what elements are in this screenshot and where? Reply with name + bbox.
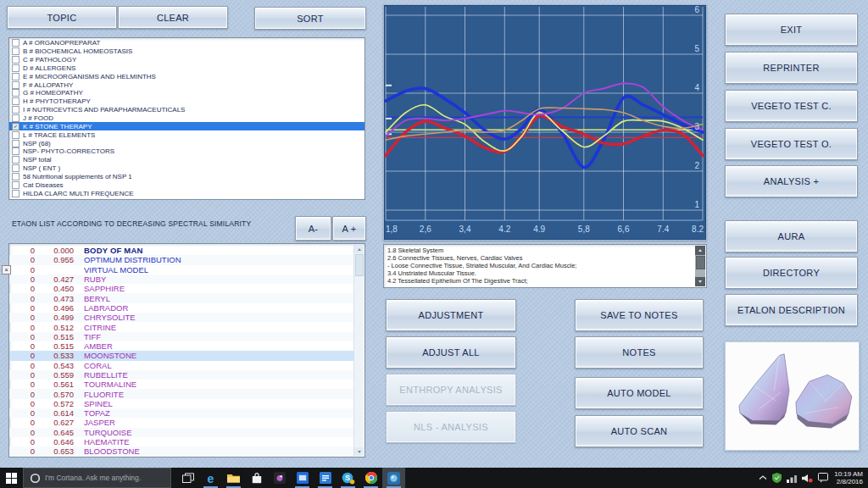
topic-item[interactable]: Cat Diseases (9, 180, 364, 189)
topic-item[interactable]: J # FOOD (9, 114, 364, 123)
scroll-down-icon[interactable] (354, 447, 364, 456)
checkbox-icon[interactable] (12, 64, 19, 72)
topic-item[interactable]: NSP- PHYTO-CORRECTORS (9, 147, 364, 156)
scrollbar-thumb[interactable] (355, 254, 364, 276)
etalon-row[interactable]: 00.515TIFF (9, 332, 354, 341)
checkbox-icon[interactable] (12, 106, 19, 114)
etalon-row[interactable]: 00.427RUBY (9, 274, 354, 284)
etalon-row[interactable]: 00.533MOONSTONE (9, 351, 354, 360)
etalon-row[interactable]: 00.646HAEMATITE (9, 437, 354, 446)
topic-item[interactable]: ✓K # STONE THERAPY (9, 122, 364, 130)
topic-item[interactable]: G # HOMEOPATHY (9, 89, 364, 97)
mail-app-taskbar-button[interactable] (314, 468, 337, 488)
checkbox-icon[interactable] (12, 173, 19, 180)
checkbox-icon[interactable] (12, 114, 19, 122)
auto-model-button[interactable]: AUTO MODEL (575, 377, 704, 409)
topic-item[interactable]: A # ORGANOPREPARAT (9, 39, 364, 47)
action-center-icon[interactable] (818, 473, 828, 483)
task-view-taskbar-button[interactable] (176, 468, 199, 488)
clock[interactable]: 10:19 AM 2/8/2016 (834, 470, 863, 485)
nls-app-taskbar-button[interactable] (382, 468, 405, 488)
topic-item[interactable]: HILDA CLARC MULTI FREQUENCE (9, 189, 364, 197)
topic-item[interactable]: E # MICROORGANISMS AND HELMINTHS (9, 72, 364, 80)
network-icon[interactable] (787, 474, 797, 483)
font-increase-button[interactable]: A + (332, 216, 366, 241)
etalon-row[interactable]: 00.000BODY OF MAN (9, 246, 354, 255)
checkbox-icon[interactable] (12, 164, 19, 172)
frequency-description-box[interactable]: 1.8 Skeletal System2.6 Connective Tissue… (383, 244, 707, 288)
skype-taskbar-button[interactable]: S (337, 468, 359, 488)
sort-button[interactable]: SORT (254, 7, 366, 30)
topic-list[interactable]: A # ORGANOPREPARATB # BIOCHEMICAL HOMEOS… (8, 37, 365, 200)
edge-taskbar-button[interactable]: e (199, 468, 222, 488)
checkbox-icon[interactable] (12, 56, 19, 64)
etalon-description-button[interactable]: ETALON DESCRIPTION (725, 294, 858, 326)
defender-icon[interactable] (772, 473, 782, 483)
etalon-row[interactable]: 00.955OPTIMUM DISTRIBUTION (9, 255, 354, 264)
topic-button[interactable]: TOPIC (7, 6, 117, 29)
adjustment-button[interactable]: ADJUSTMENT (386, 299, 516, 331)
etalon-row[interactable]: 00.653BLOODSTONE (9, 446, 354, 456)
checkbox-icon[interactable] (12, 156, 19, 164)
checkbox-icon[interactable] (12, 81, 19, 89)
notes-button[interactable]: NOTES (575, 336, 704, 369)
topic-item[interactable]: D # ALLERGENS (9, 64, 364, 73)
etalon-row[interactable]: 00.645TURQUOISE (9, 428, 354, 437)
checkbox-icon[interactable] (12, 47, 19, 55)
checkbox-icon[interactable] (12, 181, 19, 189)
description-scrollbar[interactable] (695, 246, 705, 286)
topic-item[interactable]: NSP (68) (9, 139, 364, 147)
etalon-list[interactable]: 00.000BODY OF MAN00.955OPTIMUM DISTRIBUT… (8, 243, 365, 458)
adjust-all-button[interactable]: ADJUST ALL (386, 336, 516, 369)
chrome-taskbar-button[interactable] (359, 468, 382, 488)
etalon-row[interactable]: 00.499CHRYSOLITE (9, 313, 354, 322)
topic-item[interactable]: H # PHYTOTHERAPY (9, 97, 364, 106)
start-button[interactable] (0, 468, 22, 488)
scroll-up-icon[interactable] (354, 245, 364, 253)
checkbox-icon[interactable] (12, 140, 19, 147)
etalon-scrollbar[interactable] (353, 245, 364, 456)
aura-button[interactable]: AURA (725, 220, 858, 252)
etalon-row[interactable]: 00.627JASPER (9, 418, 354, 427)
etalon-row[interactable]: 00.496LABRADOR (9, 303, 354, 313)
volume-muted-icon[interactable] (802, 474, 813, 483)
etalon-row[interactable]: 00.570FLUORITE (9, 389, 354, 398)
etalon-row[interactable]: 00.450SAPPHIRE (9, 284, 354, 293)
vegeto-test-c-button[interactable]: VEGETO TEST C. (725, 90, 858, 122)
etalon-row[interactable]: 00.572SPINEL (9, 399, 354, 408)
checkbox-icon[interactable] (12, 131, 19, 139)
topic-item[interactable]: I # NUTRICEVTICS AND PARAPHARMACEUTICALS (9, 106, 364, 114)
checkbox-icon[interactable] (12, 190, 19, 197)
scroll-up-icon[interactable] (695, 246, 705, 255)
file-explorer-taskbar-button[interactable] (222, 468, 245, 488)
cortana-search[interactable]: I'm Cortana. Ask me anything. (23, 468, 171, 488)
topic-item[interactable]: L # TRACE ELEMENTS (9, 130, 364, 139)
checkbox-icon[interactable]: ✓ (12, 123, 19, 130)
analysis-plus-button[interactable]: ANALYSIS + (725, 165, 858, 197)
scroll-down-icon[interactable] (695, 277, 705, 286)
etalon-row[interactable]: 00.543CORAL (9, 361, 354, 370)
etalon-row[interactable]: 00.561TOURMALINE (9, 380, 354, 389)
auto-scan-button[interactable]: AUTO SCAN (575, 415, 704, 447)
topic-item[interactable]: NSP total (9, 156, 364, 164)
etalon-row[interactable]: 00.614TOPAZ (9, 408, 354, 418)
checkbox-icon[interactable] (12, 39, 19, 47)
movies-app-taskbar-button[interactable] (291, 468, 314, 488)
checkbox-icon[interactable] (12, 89, 19, 97)
chevron-up-icon[interactable] (759, 474, 767, 481)
directory-button[interactable]: DIRECTORY (725, 257, 858, 289)
topic-item[interactable]: F # ALLOPATHY (9, 80, 364, 89)
virtual-model-marker[interactable]: × (2, 265, 11, 274)
etalon-row[interactable]: 00.473BERYL (9, 293, 354, 302)
save-to-notes-button[interactable]: SAVE TO NOTES (575, 299, 704, 331)
font-decrease-button[interactable]: A- (295, 216, 331, 241)
checkbox-icon[interactable] (12, 97, 19, 105)
etalon-row[interactable]: 00.515AMBER (9, 341, 354, 351)
clear-button[interactable]: CLEAR (118, 6, 228, 29)
topic-item[interactable]: NSP ( ENT ) (9, 164, 364, 173)
topic-item[interactable]: B # BIOCHEMICAL HOMEOSTASIS (9, 47, 364, 56)
reprinter-button[interactable]: REPRINTER (725, 52, 858, 84)
vegeto-test-o-button[interactable]: VEGETO TEST O. (725, 128, 858, 160)
topic-item[interactable]: C # PATHOLOGY (9, 56, 364, 64)
store-taskbar-button[interactable] (245, 468, 268, 488)
